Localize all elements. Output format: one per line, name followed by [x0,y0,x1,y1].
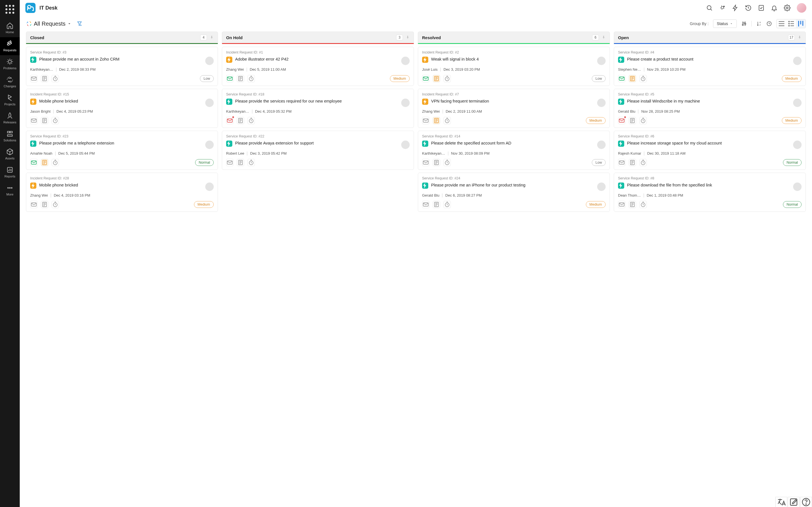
svg-point-9 [8,60,11,63]
sidebar-item-projects[interactable]: Projects [0,91,20,109]
requester-avatar [401,140,406,149]
mail-icon[interactable] [30,75,38,82]
svg-point-0 [5,5,7,7]
svg-point-7 [9,12,11,14]
sidebar-label: Solutions [3,138,16,142]
timer-icon[interactable] [248,159,255,166]
releases-icon [6,112,13,119]
kanban-board: Closed 4 Service Request ID: #3 Please p… [20,32,406,253]
column-onhold: On Hold 3 Incident Request ID: #1 Adobe … [222,32,406,253]
sidebar-label: Changes [4,84,16,88]
sidebar-label: Reports [4,175,15,178]
incident-type-icon [30,99,36,105]
pin-icon[interactable] [406,36,406,40]
top-bar: IT Desk [20,0,406,16]
request-id: Incident Request ID: #15 [30,93,214,96]
request-title: Adobe illustrator error 42 P42 [235,57,398,62]
note-icon[interactable] [237,75,244,82]
request-title: Mobile phone bricked [39,99,202,104]
timer-icon[interactable] [248,117,255,124]
requester-name: Karthikeyan… [30,67,53,71]
mail-icon[interactable] [226,117,234,124]
mail-icon[interactable] [226,159,234,166]
request-date: Dec 4, 2019 03:16 PM [54,193,90,198]
separator [56,68,56,71]
note-icon[interactable] [41,117,48,124]
column-title: Closed [30,35,44,40]
note-icon[interactable] [237,159,244,166]
home-icon [6,22,13,29]
mail-icon[interactable] [30,159,38,166]
app-title: IT Desk [40,5,57,11]
mail-icon[interactable] [226,75,234,82]
note-icon[interactable] [41,75,48,82]
request-title: Please provide Avaya extension for suppo… [235,140,398,146]
separator [53,110,54,114]
requester-avatar [401,57,406,65]
filter-add-icon[interactable] [77,21,82,26]
sidebar-item-more[interactable]: More [0,181,20,200]
timer-icon[interactable] [52,75,59,82]
note-icon[interactable] [237,117,244,124]
request-title: Please provide me a telephone extension [39,140,202,146]
request-title: Mobile phone bricked [39,182,202,188]
request-date: Dec 3, 2019 05:42 PM [250,151,287,156]
column-body: Incident Request ID: #1 Adobe illustrato… [222,44,406,253]
request-date: Dec 2, 2019 08:33 PM [59,67,96,71]
brand-logo-icon [26,3,36,13]
request-card[interactable]: Incident Request ID: #28 Mobile phone br… [26,173,218,212]
request-id: Incident Request ID: #28 [30,176,214,180]
sidebar-item-releases[interactable]: Releases [0,109,20,127]
sidebar-item-home[interactable]: Home [0,19,20,37]
sidebar-item-solutions[interactable]: Solutions [0,127,20,145]
note-icon[interactable] [41,159,48,166]
pin-icon[interactable] [210,36,214,40]
svg-point-6 [5,12,7,14]
assets-icon [6,148,13,156]
request-id: Service Request ID: #23 [30,134,214,138]
priority-badge: Medium [390,75,406,82]
request-card[interactable]: Service Request ID: #3 Please provide me… [26,47,218,86]
requests-cycle-icon [26,20,32,27]
request-card[interactable]: Service Request ID: #23 Please provide m… [26,131,218,170]
requester-avatar [401,99,406,107]
solutions-icon [6,130,13,137]
sidebar-label: Problems [3,66,16,70]
sidebar-item-changes[interactable]: Changes [0,73,20,91]
request-id: Incident Request ID: #1 [226,50,406,54]
mail-icon[interactable] [30,201,38,208]
view-dropdown-caret-icon[interactable] [67,21,71,26]
column-header: On Hold 3 [222,32,406,44]
left-sidebar: HomeRequestsProblemsChangesProjectsRelea… [0,0,20,253]
view-name[interactable]: All Requests [34,20,65,27]
request-card[interactable]: Service Request ID: #18 Please provide t… [222,89,406,128]
incident-type-icon [30,182,36,189]
request-card[interactable]: Incident Request ID: #1 Adobe illustrato… [222,47,406,86]
timer-icon[interactable] [248,75,255,82]
sidebar-label: Assets [5,157,14,160]
request-title: Please provide me an account in Zoho CRM [39,57,202,62]
column-count: 3 [396,35,403,40]
sidebar-item-assets[interactable]: Assets [0,145,20,163]
priority-badge: Low [200,75,214,82]
timer-icon[interactable] [52,201,59,208]
sidebar-label: More [6,193,13,196]
service-type-icon [30,140,36,147]
note-icon[interactable] [41,201,48,208]
requests-icon [6,40,13,47]
requester-name: Robert Lee [226,151,244,156]
sidebar-item-requests[interactable]: Requests [0,37,20,55]
sidebar-item-problems[interactable]: Problems [0,55,20,73]
apps-launcher-icon[interactable] [4,3,16,15]
timer-icon[interactable] [52,159,59,166]
mail-icon[interactable] [30,117,38,124]
request-card[interactable]: Incident Request ID: #15 Mobile phone br… [26,89,218,128]
timer-icon[interactable] [52,117,59,124]
column-body: Service Request ID: #3 Please provide me… [26,44,218,253]
incident-type-icon [226,57,232,63]
request-date: Dec 5, 2019 05:44 PM [58,151,95,156]
sidebar-item-reports[interactable]: Reports [0,163,20,181]
changes-icon [6,76,13,83]
request-id: Service Request ID: #18 [226,93,406,96]
request-card[interactable]: Service Request ID: #22 Please provide A… [222,131,406,170]
